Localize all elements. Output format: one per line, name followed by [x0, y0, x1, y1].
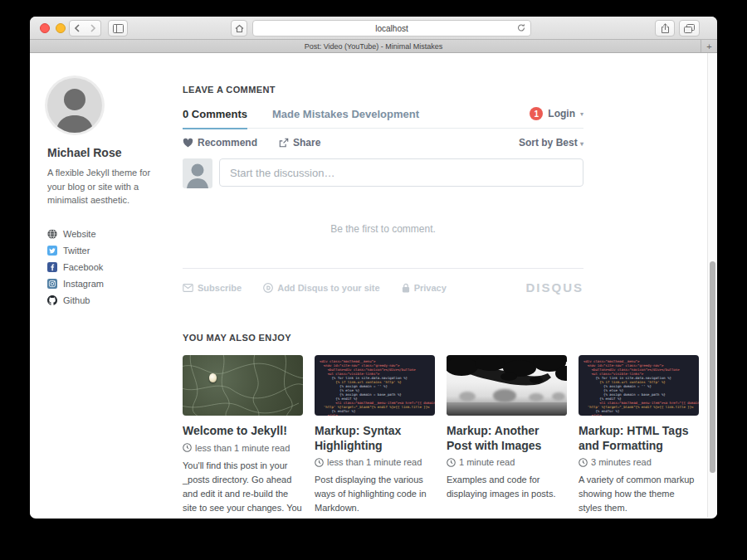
related-cards: Welcome to Jekyll! less than 1 minute re… — [183, 355, 699, 518]
forward-button[interactable] — [85, 20, 101, 37]
related-card[interactable]: <div class="masthead__menu"> <nav id="si… — [315, 355, 435, 518]
comment-composer — [183, 158, 583, 188]
active-tab[interactable]: Post: Video (YouTube) - Minimal Mistakes — [305, 42, 443, 51]
scrollbar-track — [707, 53, 717, 518]
disqus-footer: Subscribe Add Disqus to your site Privac… — [183, 280, 583, 295]
post-excerpt: Examples and code for displaying images … — [447, 473, 567, 501]
tab-overview-button[interactable] — [679, 20, 700, 37]
lock-icon — [402, 283, 410, 293]
close-window-button[interactable] — [40, 23, 50, 33]
sidebar-link-twitter[interactable]: Twitter — [47, 242, 155, 259]
sidebar-link-label: Twitter — [63, 246, 90, 256]
envelope-icon — [183, 284, 193, 292]
sort-by-best-dropdown[interactable]: Sort by Best ▾ — [519, 137, 583, 149]
share-comments-button[interactable]: Share — [279, 137, 320, 149]
divider — [183, 268, 583, 269]
tab-comments-count[interactable]: 0 Comments — [183, 108, 247, 120]
chevron-left-icon — [74, 24, 81, 32]
recommend-button[interactable]: Recommend — [183, 137, 257, 149]
sidebar-toggle-button[interactable] — [108, 20, 128, 37]
related-card[interactable]: Welcome to Jekyll! less than 1 minute re… — [183, 355, 303, 518]
privacy-label: Privacy — [414, 283, 447, 293]
texture-lines — [183, 355, 303, 416]
post-title[interactable]: Markup: Another Post with Images — [447, 424, 567, 453]
read-time-label: less than 1 minute read — [327, 457, 422, 467]
home-button[interactable] — [231, 20, 247, 37]
person-silhouette-icon — [47, 78, 102, 133]
address-bar[interactable]: localhost — [252, 20, 531, 37]
sidebar-link-label: Instagram — [63, 279, 104, 289]
sidebar-link-instagram[interactable]: Instagram — [47, 275, 155, 292]
clock-icon — [315, 458, 324, 467]
disqus-widget: 0 Comments Made Mistakes Development 1 L… — [183, 107, 583, 295]
sidebar-link-github[interactable]: Github — [47, 292, 155, 309]
post-title[interactable]: Markup: Syntax Highlighting — [315, 424, 435, 453]
white-sphere — [209, 373, 217, 382]
chevron-down-icon: ▾ — [580, 140, 583, 148]
post-excerpt: You'll find this post in your _posts dir… — [183, 459, 303, 519]
tabs-icon — [684, 24, 695, 33]
add-disqus-label: Add Disqus to your site — [277, 283, 379, 293]
reload-button[interactable] — [517, 23, 525, 34]
read-time-label: less than 1 minute read — [195, 443, 290, 453]
sidebar-link-label: Github — [63, 295, 90, 305]
person-silhouette-icon — [183, 158, 212, 188]
sidebar-link-label: Website — [63, 229, 96, 239]
login-control[interactable]: 1 Login ▾ — [530, 107, 583, 120]
disqus-logo[interactable]: DISQUS — [525, 280, 583, 295]
sidebar-link-facebook[interactable]: Facebook — [47, 259, 155, 275]
tab-bar: Post: Video (YouTube) - Minimal Mistakes… — [30, 40, 717, 53]
sidebar-link-label: Facebook — [63, 262, 103, 272]
home-icon — [235, 24, 244, 33]
post-title[interactable]: Welcome to Jekyll! — [183, 424, 303, 439]
related-card[interactable]: Markup: Another Post with Images 1 minut… — [447, 355, 567, 518]
scrollbar-thumb[interactable] — [710, 261, 715, 473]
browser-window: localhost Post: Video (YouTube) - Minima… — [30, 17, 717, 519]
heart-icon — [183, 138, 193, 148]
titlebar: localhost — [30, 17, 717, 40]
author-bio: A flexible Jekyll theme for your blog or… — [47, 166, 155, 207]
share-arrow-icon — [279, 138, 289, 148]
empty-state-message: Be the first to comment. — [183, 223, 583, 235]
add-disqus-link[interactable]: Add Disqus to your site — [263, 283, 379, 293]
channel-link[interactable]: Made Mistakes Development — [272, 108, 419, 120]
sidebar-icon — [113, 24, 124, 33]
disqus-actions: Recommend Share Sort by Best ▾ — [183, 129, 583, 150]
privacy-link[interactable]: Privacy — [402, 283, 447, 293]
globe-icon — [47, 229, 57, 239]
guest-avatar — [183, 158, 212, 188]
recommend-label: Recommend — [198, 137, 257, 149]
back-button[interactable] — [69, 20, 85, 37]
sidebar-link-website[interactable]: Website — [47, 226, 155, 242]
disqus-d-icon — [263, 283, 273, 293]
read-time-label: 1 minute read — [459, 457, 515, 467]
post-title[interactable]: Markup: HTML Tags and Formatting — [579, 424, 699, 453]
github-icon — [47, 295, 57, 305]
comment-input[interactable] — [219, 158, 583, 187]
reload-icon — [517, 23, 525, 32]
read-time-label: 3 minutes read — [591, 457, 652, 467]
read-time: 1 minute read — [447, 457, 567, 467]
comments-heading: LEAVE A COMMENT — [183, 85, 699, 95]
subscribe-link[interactable]: Subscribe — [183, 283, 242, 293]
chevron-right-icon — [90, 24, 96, 32]
author-sidebar: Michael Rose A flexible Jekyll theme for… — [47, 78, 155, 309]
minimize-window-button[interactable] — [56, 23, 66, 33]
clock-icon — [579, 458, 588, 467]
post-thumbnail-code: <div class="masthead__menu"> <nav id="si… — [579, 355, 699, 416]
post-excerpt: Post displaying the various ways of high… — [315, 473, 435, 515]
new-tab-button[interactable]: + — [701, 40, 717, 52]
share-button[interactable] — [655, 20, 675, 37]
read-time: 3 minutes read — [579, 457, 699, 467]
read-time: less than 1 minute read — [315, 457, 435, 467]
related-card[interactable]: <div class="masthead__menu"> <nav id="si… — [579, 355, 699, 518]
clock-icon — [447, 458, 456, 467]
post-excerpt: A variety of common markup showing how t… — [579, 473, 699, 515]
notification-badge: 1 — [530, 107, 543, 120]
post-thumbnail-tree-fog — [447, 355, 567, 416]
disqus-tabs: 0 Comments Made Mistakes Development 1 L… — [183, 107, 583, 129]
instagram-icon — [47, 279, 57, 289]
share-icon — [661, 23, 670, 34]
author-name: Michael Rose — [47, 146, 155, 159]
share-label: Share — [293, 137, 320, 149]
